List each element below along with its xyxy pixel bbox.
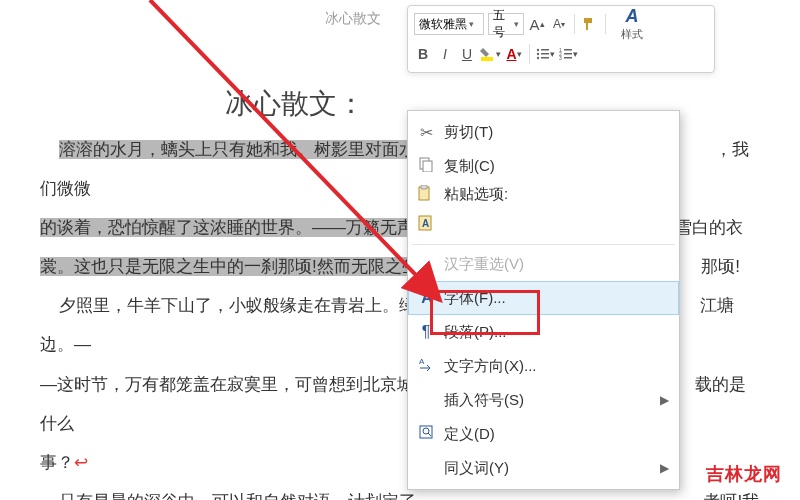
page-title: 冰心散文： [225, 85, 365, 123]
copy-icon [416, 156, 436, 176]
styles-label: 样式 [621, 27, 643, 42]
font-size-select[interactable]: 五号▾ [488, 13, 524, 35]
context-menu-paste-option[interactable]: A [408, 208, 679, 242]
grow-font-button[interactable]: A▴ [528, 13, 546, 35]
svg-rect-2 [541, 49, 549, 51]
svg-rect-14 [423, 161, 432, 172]
submenu-arrow-icon: ▶ [660, 393, 669, 407]
bullets-button[interactable]: ▾ [536, 43, 555, 65]
watermark: 吉林龙网 [706, 462, 782, 486]
svg-line-22 [428, 433, 431, 436]
underline-button[interactable]: U [458, 43, 476, 65]
svg-text:A: A [422, 218, 429, 229]
context-menu-synonyms[interactable]: 同义词(Y) ▶ [408, 451, 679, 485]
context-menu-copy[interactable]: 复制(C) [408, 149, 679, 183]
styles-icon: A [626, 6, 639, 27]
font-size-value: 五号 [493, 7, 512, 41]
context-menu-text-direction[interactable]: A 文字方向(X)... [408, 349, 679, 383]
context-menu-cut[interactable]: ✂ 剪切(T) [408, 115, 679, 149]
font-name-select[interactable]: 微软雅黑▾ [414, 13, 484, 35]
svg-rect-4 [541, 53, 549, 55]
svg-rect-6 [541, 57, 549, 59]
cut-icon: ✂ [416, 123, 436, 142]
italic-button[interactable]: I [436, 43, 454, 65]
styles-button[interactable]: A 样式 [612, 6, 652, 42]
svg-rect-0 [481, 57, 493, 61]
submenu-arrow-icon: ▶ [660, 461, 669, 475]
svg-point-3 [537, 53, 539, 55]
highlight-button[interactable]: ▾ [480, 43, 501, 65]
format-painter-button[interactable] [581, 13, 599, 35]
context-menu-insert-symbol[interactable]: 插入符号(S) ▶ [408, 383, 679, 417]
paste-icon [416, 185, 432, 204]
text-direction-icon: A [416, 356, 436, 376]
context-menu-paste-header: 粘贴选项: [408, 183, 679, 208]
svg-point-5 [537, 57, 539, 59]
numbering-button[interactable]: 123▾ [559, 43, 578, 65]
font-icon: A [417, 289, 437, 307]
font-name-value: 微软雅黑 [419, 16, 467, 33]
paragraph-icon: ¶ [416, 323, 436, 341]
context-menu: ✂ 剪切(T) 复制(C) 粘贴选项: A 汉字重选(V) A 字体(F)... [407, 110, 680, 490]
svg-rect-12 [564, 57, 572, 59]
context-menu-font[interactable]: A 字体(F)... [408, 281, 679, 315]
svg-point-1 [537, 49, 539, 51]
font-color-button[interactable]: A▾ [505, 43, 523, 65]
svg-rect-16 [421, 185, 427, 189]
context-menu-ime-reconvert: 汉字重选(V) [408, 247, 679, 281]
mini-toolbar: 微软雅黑▾ 五号▾ A▴ A▾ A 样式 B I U ▾ [407, 5, 715, 73]
caret-icon: ▾ [514, 19, 519, 29]
context-menu-define[interactable]: 定义(D) [408, 417, 679, 451]
svg-rect-8 [564, 49, 572, 51]
shrink-font-button[interactable]: A▾ [550, 13, 568, 35]
selected-text: 裳。这也只是无限之生中的一刹那顷!然而无限之生 [40, 257, 419, 276]
define-icon [416, 424, 436, 444]
svg-text:3: 3 [559, 55, 562, 61]
selected-text: 溶溶的水月，螭头上只有她和我。树影里对面水 [59, 140, 416, 159]
context-menu-paragraph[interactable]: ¶ 段落(P)... [408, 315, 679, 349]
document-tab-label: 冰心散文 [325, 10, 381, 28]
bold-button[interactable]: B [414, 43, 432, 65]
selected-text: 的谈着，恐怕惊醒了这浓睡的世界。——万籁无声， [40, 218, 431, 237]
svg-text:A: A [419, 357, 425, 366]
caret-icon: ▾ [469, 19, 474, 29]
paste-keep-source-icon: A [416, 214, 436, 236]
svg-rect-10 [564, 53, 572, 55]
